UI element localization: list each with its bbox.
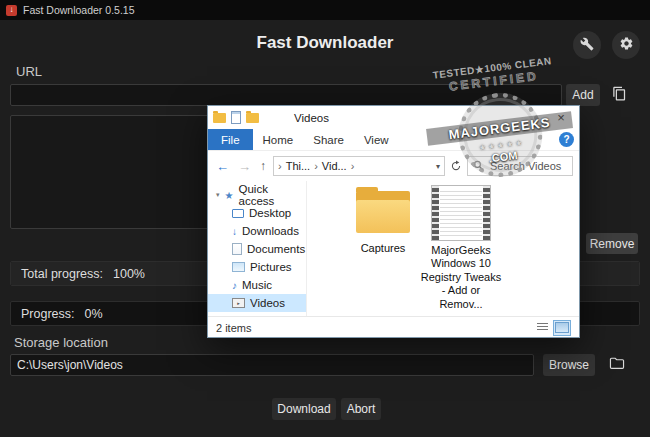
- paste-button[interactable]: [606, 83, 632, 107]
- settings-button[interactable]: [612, 31, 640, 59]
- watermark-tested-text: TESTED★100% CLEAN: [421, 54, 563, 82]
- abort-button[interactable]: Abort: [341, 398, 381, 420]
- thumbnails-view-button[interactable]: [553, 320, 571, 336]
- sidebar-item-music[interactable]: ♪ Music: [208, 276, 306, 294]
- sidebar-item-downloads[interactable]: ↓ Downloads: [208, 222, 306, 240]
- sidebar-item-label: Desktop: [249, 207, 291, 219]
- sidebar-item-quick-access[interactable]: ▾ ★ Quick access: [208, 186, 306, 204]
- add-button[interactable]: Add: [566, 84, 600, 106]
- sidebar-item-pictures[interactable]: Pictures: [208, 258, 306, 276]
- sidebar-item-label: Music: [242, 279, 272, 291]
- list-view-icon: [537, 323, 548, 332]
- url-input[interactable]: [10, 84, 562, 106]
- explorer-sidebar: ▾ ★ Quick access Desktop ↓ Downloads Doc…: [208, 181, 307, 316]
- view-toggle-group: [533, 320, 571, 336]
- thumbnail-view-icon: [555, 322, 569, 333]
- qat-properties-icon[interactable]: [231, 111, 241, 124]
- up-icon[interactable]: ↑: [258, 159, 268, 173]
- explorer-body: ▾ ★ Quick access Desktop ↓ Downloads Doc…: [208, 181, 579, 316]
- documents-icon: [232, 243, 242, 255]
- music-icon: ♪: [232, 280, 237, 291]
- file-name: MajorGeeks Windows 10 Registry Tweaks - …: [419, 244, 503, 311]
- file-explorer-dialog: Videos × File Home Share View ? ← → ↑ › …: [207, 105, 580, 338]
- crumb-sep-icon: ›: [314, 160, 318, 172]
- explorer-window-icon: [213, 113, 226, 123]
- sidebar-item-label: Quick access: [238, 183, 306, 207]
- sidebar-item-videos[interactable]: ▸ Videos: [208, 294, 306, 312]
- browse-button[interactable]: Browse: [543, 354, 595, 376]
- explorer-titlebar: Videos ×: [208, 106, 579, 129]
- search-box: [467, 156, 573, 176]
- header-icons: [573, 31, 640, 59]
- explorer-status-bar: 2 items: [208, 316, 579, 338]
- sidebar-item-label: Documents: [247, 243, 305, 255]
- window-title: Fast Downloader 0.5.15: [23, 4, 134, 16]
- sidebar-item-label: Videos: [250, 297, 285, 309]
- breadcrumb-videos[interactable]: Vid...: [320, 160, 349, 172]
- close-icon[interactable]: ×: [548, 110, 574, 125]
- app-icon: ↓: [6, 5, 17, 16]
- url-label: URL: [16, 64, 42, 79]
- total-progress-label: Total progress:: [21, 267, 103, 281]
- search-icon: [473, 157, 484, 175]
- explorer-title: Videos: [294, 112, 329, 124]
- remove-button[interactable]: Remove: [586, 233, 638, 254]
- clipboard-icon: [612, 86, 627, 104]
- explorer-ribbon-tabs: File Home Share View ?: [208, 129, 579, 151]
- back-icon[interactable]: ←: [214, 159, 231, 174]
- tools-button[interactable]: [573, 31, 601, 59]
- chevron-expand-icon: ▾: [216, 191, 220, 199]
- videos-icon: ▸: [232, 298, 245, 308]
- breadcrumb-this-pc[interactable]: Thi...: [284, 160, 312, 172]
- sidebar-item-documents[interactable]: Documents: [208, 240, 306, 258]
- wrench-icon: [580, 37, 594, 54]
- video-thumbnail-icon: [431, 185, 491, 241]
- current-progress-value: 0%: [85, 307, 103, 321]
- item-count: 2 items: [216, 322, 251, 334]
- sidebar-item-label: Downloads: [242, 225, 299, 237]
- folder-large-icon: [356, 189, 410, 233]
- pictures-icon: [232, 262, 245, 272]
- folder-icon: [608, 355, 626, 374]
- open-folder-button[interactable]: [602, 351, 632, 377]
- gear-icon: [619, 36, 634, 54]
- refresh-icon[interactable]: [450, 160, 462, 172]
- details-view-button[interactable]: [533, 320, 551, 336]
- titlebar: ↓ Fast Downloader 0.5.15: [0, 0, 650, 20]
- total-progress-value: 100%: [113, 267, 145, 281]
- quick-access-star-icon: ★: [225, 190, 234, 201]
- download-button[interactable]: Download: [272, 398, 336, 420]
- search-input[interactable]: [488, 159, 567, 173]
- list-item-captures-folder[interactable]: Captures: [341, 189, 425, 255]
- crumb-sep-icon: ›: [278, 160, 282, 172]
- explorer-address-bar: ← → ↑ › Thi... › Vid... › ▾: [208, 151, 579, 181]
- page-title: Fast Downloader: [0, 33, 650, 53]
- tab-home[interactable]: Home: [253, 129, 304, 150]
- forward-icon[interactable]: →: [236, 159, 253, 174]
- downloads-icon: ↓: [232, 226, 237, 237]
- fast-downloader-window: ↓ Fast Downloader 0.5.15 Fast Downloader…: [0, 0, 650, 437]
- chevron-down-icon[interactable]: ▾: [436, 162, 440, 171]
- storage-label: Storage location: [14, 335, 108, 350]
- breadcrumb: › Thi... › Vid... › ▾: [273, 156, 445, 176]
- help-icon[interactable]: ?: [559, 132, 574, 147]
- qat-new-folder-icon[interactable]: [246, 113, 259, 123]
- file-name: Captures: [341, 242, 425, 255]
- storage-path-input[interactable]: [10, 354, 534, 376]
- tab-file[interactable]: File: [208, 129, 253, 150]
- list-item-video-file[interactable]: MajorGeeks Windows 10 Registry Tweaks - …: [419, 185, 503, 311]
- tab-view[interactable]: View: [354, 129, 399, 150]
- sidebar-item-label: Pictures: [250, 261, 292, 273]
- current-progress-label: Progress:: [21, 307, 75, 321]
- explorer-file-area: Captures MajorGeeks Windows 10 Registry …: [307, 181, 579, 316]
- desktop-icon: [232, 209, 244, 218]
- tab-share[interactable]: Share: [303, 129, 354, 150]
- crumb-sep-icon: ›: [351, 160, 355, 172]
